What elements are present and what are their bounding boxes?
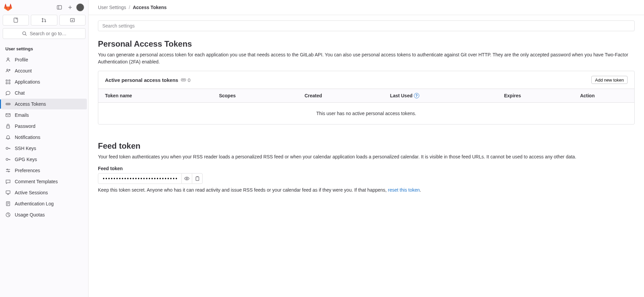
svg-rect-4 [14,18,18,22]
account-icon [5,68,11,73]
svg-point-29 [8,171,9,172]
feed-token-input[interactable] [98,173,182,184]
email-icon [5,112,11,118]
reveal-token-button[interactable] [181,173,192,184]
gitlab-logo[interactable] [4,3,12,11]
nav-preferences[interactable]: Preferences [1,165,87,176]
sidebar-heading: User settings [0,44,88,54]
help-icon[interactable]: ? [414,93,419,98]
chat-icon [5,90,11,96]
svg-rect-16 [6,83,7,84]
svg-rect-14 [6,80,7,81]
feed-token-label: Feed token [98,166,635,171]
pat-description: You can generate a personal access token… [98,51,635,65]
active-tokens-label: Active personal access tokens [105,77,178,83]
tokens-card: Active personal access tokens 0 Add new … [98,71,635,125]
nav-comment-templates[interactable]: Comment Templates [1,176,87,187]
svg-point-21 [9,104,9,104]
bell-icon [5,135,11,140]
svg-point-42 [186,178,187,179]
nav-usage-quotas[interactable]: Usage Quotas [1,209,87,220]
tokens-table-header: Token name Scopes Created Last Used ? Ex… [98,89,634,103]
svg-point-27 [7,169,8,170]
svg-rect-23 [7,126,10,128]
breadcrumb-parent[interactable]: User Settings [98,5,126,10]
svg-point-11 [7,58,9,60]
comment-icon [5,179,11,184]
svg-line-10 [25,35,26,36]
search-icon [22,31,27,36]
add-new-token-button[interactable]: Add new token [591,76,628,84]
svg-rect-43 [196,177,199,181]
token-badge-icon [181,78,186,82]
feed-description: Your feed token authenticates you when y… [98,153,635,160]
svg-point-41 [184,80,185,80]
col-scopes: Scopes [219,93,305,98]
nav-password[interactable]: Password [1,121,87,132]
search-settings-input[interactable] [98,20,635,31]
sidebar-toggle-icon[interactable] [55,3,64,12]
token-count-badge: 0 [181,77,190,83]
merge-requests-shortcut-button[interactable] [31,15,57,26]
main-content: User Settings / Access Tokens Personal A… [89,0,644,297]
svg-point-39 [182,80,183,80]
nav-ssh-keys[interactable]: SSH Keys [1,143,87,154]
todos-shortcut-button[interactable] [59,15,86,26]
svg-point-12 [7,69,8,70]
col-expires: Expires [504,93,580,98]
col-last-used: Last Used ? [390,93,504,98]
sidebar-top [0,0,88,15]
reset-token-link[interactable]: reset this token [388,187,420,193]
svg-point-25 [6,158,8,160]
col-action: Action [580,93,628,98]
preferences-icon [5,168,11,173]
search-label: Search or go to… [30,31,67,36]
svg-point-40 [183,80,184,80]
copy-token-button[interactable] [192,173,203,184]
nav-account[interactable]: Account [1,65,87,76]
svg-point-5 [42,18,43,19]
svg-point-9 [22,32,25,35]
token-icon [5,101,11,107]
feed-heading: Feed token [98,141,635,151]
plus-icon[interactable] [65,3,75,12]
key-icon [5,157,11,162]
page-title: Personal Access Tokens [98,39,635,49]
nav-authentication-log[interactable]: Authentication Log [1,198,87,209]
svg-rect-30 [6,191,10,194]
col-token-name: Token name [105,93,219,98]
svg-point-19 [7,104,7,104]
breadcrumb-separator: / [129,5,130,10]
applications-icon [5,79,11,85]
user-avatar[interactable] [76,3,84,11]
sidebar: Search or go to… User settings Profile A… [0,0,89,297]
col-created: Created [305,93,390,98]
monitor-icon [5,190,11,195]
svg-point-24 [6,147,8,149]
svg-rect-8 [70,18,74,22]
nav-access-tokens[interactable]: Access Tokens [1,99,87,109]
breadcrumb: User Settings / Access Tokens [89,0,644,15]
nav-gpg-keys[interactable]: GPG Keys [1,154,87,165]
profile-icon [5,57,11,62]
svg-point-6 [42,21,43,22]
breadcrumb-current: Access Tokens [133,5,167,10]
nav-notifications[interactable]: Notifications [1,132,87,143]
quota-icon [5,212,11,217]
nav-active-sessions[interactable]: Active Sessions [1,187,87,198]
lock-icon [5,123,11,129]
issues-shortcut-button[interactable] [3,15,29,26]
nav-emails[interactable]: Emails [1,110,87,120]
empty-tokens-message: This user has no active personal access … [98,103,634,124]
nav-chat[interactable]: Chat [1,88,87,98]
svg-rect-17 [9,83,10,84]
svg-point-7 [45,21,46,22]
search-button[interactable]: Search or go to… [3,28,86,39]
nav-applications[interactable]: Applications [1,77,87,87]
clipboard-icon [195,176,200,181]
svg-point-20 [8,104,8,104]
log-icon [5,201,11,206]
tokens-card-header: Active personal access tokens 0 Add new … [98,71,634,89]
eye-icon [184,176,190,181]
nav-profile[interactable]: Profile [1,54,87,65]
